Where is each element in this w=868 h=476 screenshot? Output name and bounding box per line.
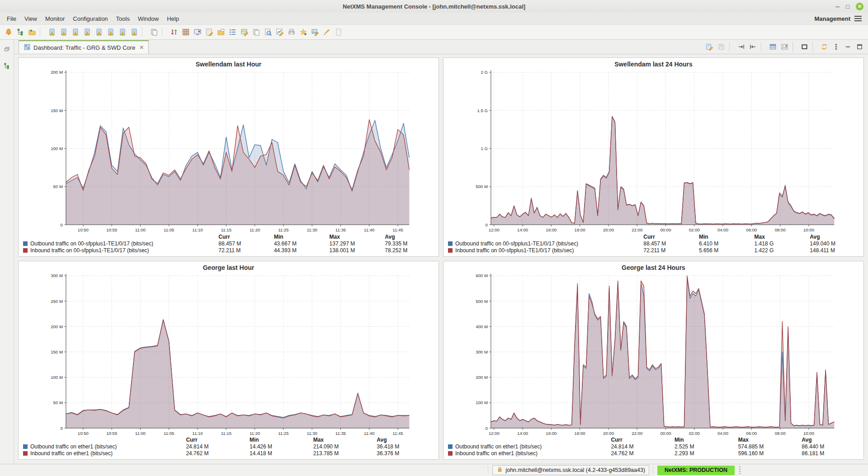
maximize-view-icon[interactable] xyxy=(854,41,865,52)
window-minimize-button[interactable]: ─ xyxy=(835,4,840,9)
chart-legend: CurrMinMaxAvgOutbound traffic on 00-sfpp… xyxy=(21,234,439,254)
statusbar-grip[interactable] xyxy=(739,466,741,474)
chart-panel-swellendam-24h: Swellendam last 24 Hours 0500 M1 G1.5 G2… xyxy=(443,57,864,257)
capture-frame-icon[interactable] xyxy=(799,41,810,52)
restore-view-icon[interactable] xyxy=(1,43,13,55)
fast-view-bar xyxy=(0,40,14,464)
chart-title: George last 24 Hours xyxy=(443,261,863,272)
legend-header-curr: Curr xyxy=(217,234,272,240)
duplicate-pages-icon[interactable] xyxy=(250,27,262,38)
import-export-icon[interactable] xyxy=(168,27,179,38)
package-manager-icon[interactable] xyxy=(180,27,191,38)
edit-dashboard-icon[interactable] xyxy=(704,41,715,52)
export-table-icon[interactable] xyxy=(767,41,778,52)
legend-header-avg: Avg xyxy=(800,437,863,443)
predefined-graph-icon-4[interactable] xyxy=(81,27,93,38)
tab-dashboard-traffic[interactable]: Dashboard: Traffic - GRG & SWD Core ✕ xyxy=(19,40,149,54)
menu-monitor[interactable]: Monitor xyxy=(41,14,69,24)
svg-text:16:00: 16:00 xyxy=(546,430,557,435)
object-browser-icon[interactable] xyxy=(14,27,26,38)
legend-stat-value: 5.656 M xyxy=(697,247,753,254)
legend-stat-value: 213.785 M xyxy=(311,450,375,457)
menu-file[interactable]: File xyxy=(3,14,20,24)
remote-console-icon[interactable] xyxy=(192,27,203,38)
more-options-icon[interactable] xyxy=(830,41,842,52)
svg-text:100 M: 100 M xyxy=(51,146,63,151)
legend-swatch xyxy=(448,451,453,456)
dashboard-icon xyxy=(24,43,31,52)
graph-edit-icon[interactable] xyxy=(274,27,285,38)
predefined-graph-icon-7[interactable] xyxy=(117,27,128,38)
legend-row: Inbound traffic on 00-sfpplus1-TE1/0/17 … xyxy=(21,247,439,254)
svg-text:10:50: 10:50 xyxy=(78,227,89,232)
legend-stat-value: 24.762 M xyxy=(184,450,248,457)
legend-header-row: CurrMinMaxAvg xyxy=(446,437,863,443)
object-tree-shortcut-icon[interactable] xyxy=(1,60,13,71)
menu-bar: FileViewMonitorConfigurationToolsWindowH… xyxy=(0,13,868,24)
style-brush-icon[interactable] xyxy=(321,27,332,38)
edit-notes-icon[interactable] xyxy=(203,27,215,38)
menu-configuration[interactable]: Configuration xyxy=(69,14,112,24)
alarm-browser-icon[interactable] xyxy=(3,27,14,38)
window-close-button[interactable]: ✕ xyxy=(856,3,863,10)
menu-tools[interactable]: Tools xyxy=(112,14,134,24)
svg-text:11:40: 11:40 xyxy=(364,430,374,435)
pin-right-icon[interactable] xyxy=(736,41,747,52)
svg-text:50 M: 50 M xyxy=(53,184,63,189)
network-map-edit-icon[interactable] xyxy=(239,27,250,38)
predefined-graph-icon-1[interactable] xyxy=(46,27,57,38)
menu-items: FileViewMonitorConfigurationToolsWindowH… xyxy=(3,14,183,23)
svg-text:12:00: 12:00 xyxy=(489,430,500,435)
predefined-graph-icon-3[interactable] xyxy=(70,27,81,38)
hamburger-menu-icon[interactable] xyxy=(854,16,862,21)
svg-text:11:15: 11:15 xyxy=(221,430,231,435)
address-lookup-icon[interactable] xyxy=(262,27,274,38)
save-dashboard-icon[interactable] xyxy=(716,41,727,52)
legend-swatch xyxy=(448,444,453,449)
svg-text:10:00: 10:00 xyxy=(803,430,814,435)
effects-icon[interactable] xyxy=(297,27,309,38)
svg-text:11:45: 11:45 xyxy=(392,227,403,232)
svg-text:0: 0 xyxy=(61,425,63,430)
window-maximize-button[interactable]: □ xyxy=(846,4,849,9)
open-view-icon[interactable] xyxy=(26,27,38,38)
legend-stat-value: 72.211 M xyxy=(642,247,697,254)
predefined-graph-icon-2[interactable] xyxy=(58,27,69,38)
svg-text:11:25: 11:25 xyxy=(278,430,288,435)
traffic-chart-george-24h: 0100 M200 M300 M400 M500 M600 M12:0014:0… xyxy=(443,272,863,437)
print-icon[interactable] xyxy=(286,27,297,38)
tab-close-icon[interactable]: ✕ xyxy=(138,44,144,51)
legend-stat-value: 24.814 M xyxy=(184,443,248,450)
legend-series-label: Outbound traffic on 00-sfpplus1-TE1/0/17… xyxy=(21,240,217,247)
pin-left-icon[interactable] xyxy=(747,41,759,52)
legend-series-label: Outbound traffic on ether1 (bits/sec) xyxy=(446,443,609,450)
legend-series-label: Outbound traffic on ether1 (bits/sec) xyxy=(21,443,184,450)
svg-text:500 M: 500 M xyxy=(476,184,488,189)
chart-panel-george-24h: George last 24 Hours 0100 M200 M300 M400… xyxy=(443,261,864,460)
predefined-graph-icon-8[interactable] xyxy=(128,27,140,38)
legend-header-avg: Avg xyxy=(375,437,439,443)
menu-help[interactable]: Help xyxy=(163,14,183,24)
predefined-graph-icon-6[interactable] xyxy=(105,27,116,38)
chart-title: Swellendam last 24 Hours xyxy=(443,58,863,69)
svg-text:08:00: 08:00 xyxy=(775,430,786,435)
menu-view[interactable]: View xyxy=(20,14,41,24)
legend-stat-value: 36.376 M xyxy=(375,450,439,457)
legend-stat-value: 2.525 M xyxy=(673,443,736,450)
blank-document-icon[interactable] xyxy=(333,27,344,38)
copy-icon[interactable] xyxy=(148,27,160,38)
export-image-icon[interactable] xyxy=(779,41,790,52)
svg-text:11:35: 11:35 xyxy=(335,227,346,232)
refresh-icon[interactable] xyxy=(819,41,830,52)
svg-text:11:40: 11:40 xyxy=(364,227,374,232)
menu-window[interactable]: Window xyxy=(134,14,163,24)
legend-swatch xyxy=(23,444,28,449)
legend-series-label: Inbound traffic on ether1 (bits/sec) xyxy=(21,450,184,457)
svg-text:200 M: 200 M xyxy=(476,375,488,380)
predefined-graph-icon-5[interactable] xyxy=(93,27,104,38)
minimize-view-icon[interactable] xyxy=(842,41,854,52)
report-folder-icon[interactable] xyxy=(215,27,226,38)
image-edit-icon[interactable] xyxy=(309,27,321,38)
svg-text:18:00: 18:00 xyxy=(575,227,585,232)
task-list-icon[interactable] xyxy=(227,27,238,38)
